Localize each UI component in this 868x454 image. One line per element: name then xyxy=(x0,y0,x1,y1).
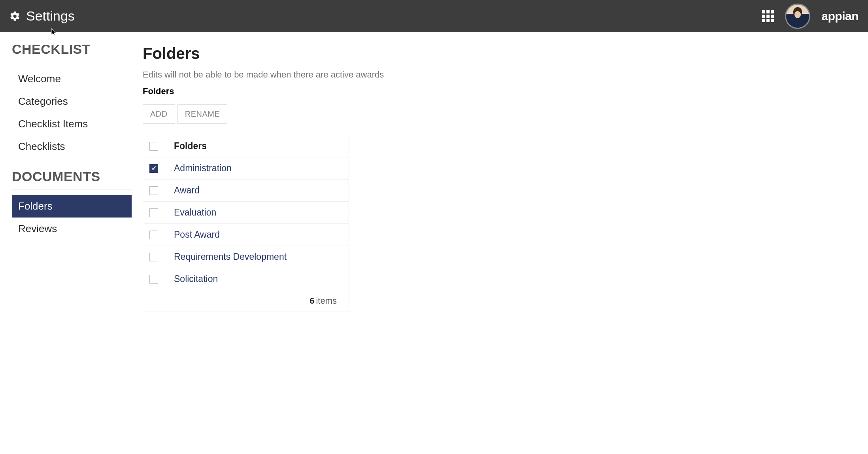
page-subtitle: Edits will not be able to be made when t… xyxy=(143,70,868,80)
table-row: Administration xyxy=(143,157,349,180)
rename-button[interactable]: RENAME xyxy=(177,104,228,124)
row-checkbox[interactable] xyxy=(149,275,158,284)
sidebar-nav-documents: Folders Reviews xyxy=(12,195,132,240)
add-button[interactable]: ADD xyxy=(143,104,175,124)
folder-link-requirements-development[interactable]: Requirements Development xyxy=(174,252,287,262)
gear-icon xyxy=(9,11,21,22)
folder-link-solicitation[interactable]: Solicitation xyxy=(174,274,218,284)
content-area: CHECKLIST Welcome Categories Checklist I… xyxy=(0,32,868,312)
toolbar: ADD RENAME xyxy=(143,104,868,124)
sidebar-item-welcome[interactable]: Welcome xyxy=(12,68,132,90)
row-checkbox[interactable] xyxy=(149,231,158,239)
table-header-row: Folders xyxy=(143,135,349,157)
item-count-label: items xyxy=(316,296,337,306)
folder-link-post-award[interactable]: Post Award xyxy=(174,229,220,240)
folder-link-evaluation[interactable]: Evaluation xyxy=(174,207,216,218)
row-checkbox[interactable] xyxy=(149,253,158,261)
apps-grid-icon[interactable] xyxy=(762,10,774,22)
table-row: Solicitation xyxy=(143,268,349,290)
brand-logo: appian xyxy=(821,9,859,23)
column-header-folders: Folders xyxy=(174,141,207,151)
user-avatar[interactable] xyxy=(785,4,810,29)
table-row: Award xyxy=(143,180,349,202)
sidebar-item-checklist-items[interactable]: Checklist Items xyxy=(12,113,132,135)
table-row: Evaluation xyxy=(143,202,349,224)
table-footer: 6 items xyxy=(143,290,349,312)
table-row: Post Award xyxy=(143,224,349,246)
header-left: Settings xyxy=(9,8,75,24)
folder-link-award[interactable]: Award xyxy=(174,185,200,196)
row-checkbox[interactable] xyxy=(149,208,158,217)
row-checkbox[interactable] xyxy=(149,186,158,195)
sidebar-item-checklists[interactable]: Checklists xyxy=(12,135,132,158)
page-title: Folders xyxy=(143,45,868,62)
item-count: 6 xyxy=(309,296,314,306)
row-checkbox[interactable] xyxy=(149,164,158,173)
sidebar-item-folders[interactable]: Folders xyxy=(12,195,132,218)
select-all-checkbox[interactable] xyxy=(149,142,158,151)
header-right: appian xyxy=(762,4,859,29)
sidebar-item-reviews[interactable]: Reviews xyxy=(12,218,132,240)
sidebar-nav-checklist: Welcome Categories Checklist Items Check… xyxy=(12,68,132,158)
section-label-folders: Folders xyxy=(143,86,868,96)
sidebar-item-categories[interactable]: Categories xyxy=(12,90,132,113)
page-header-title: Settings xyxy=(26,8,75,24)
folders-table: Folders Administration Award Evaluation … xyxy=(143,135,349,312)
table-row: Requirements Development xyxy=(143,246,349,268)
top-header: Settings appian xyxy=(0,0,868,32)
sidebar-section-heading-checklist: CHECKLIST xyxy=(12,42,132,62)
sidebar-section-heading-documents: DOCUMENTS xyxy=(12,169,132,189)
folder-link-administration[interactable]: Administration xyxy=(174,163,232,174)
main-panel: Folders Edits will not be able to be mad… xyxy=(132,32,868,312)
sidebar: CHECKLIST Welcome Categories Checklist I… xyxy=(0,32,132,312)
